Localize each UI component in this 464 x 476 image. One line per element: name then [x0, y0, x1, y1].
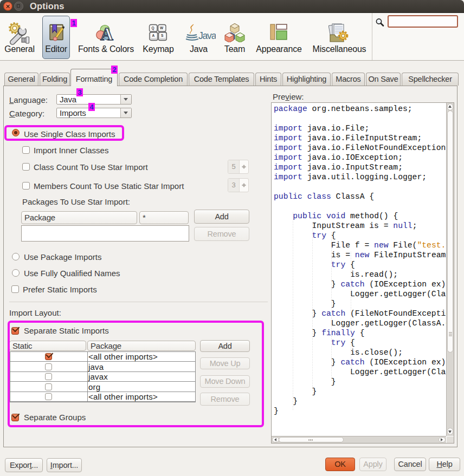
svg-text:S: S [161, 34, 164, 37]
svg-text:Q: Q [152, 26, 154, 30]
svg-text:A: A [152, 34, 155, 37]
svg-text:A: A [100, 24, 113, 44]
svg-text:Java: Java [198, 30, 216, 41]
svg-text:W: W [160, 26, 164, 30]
